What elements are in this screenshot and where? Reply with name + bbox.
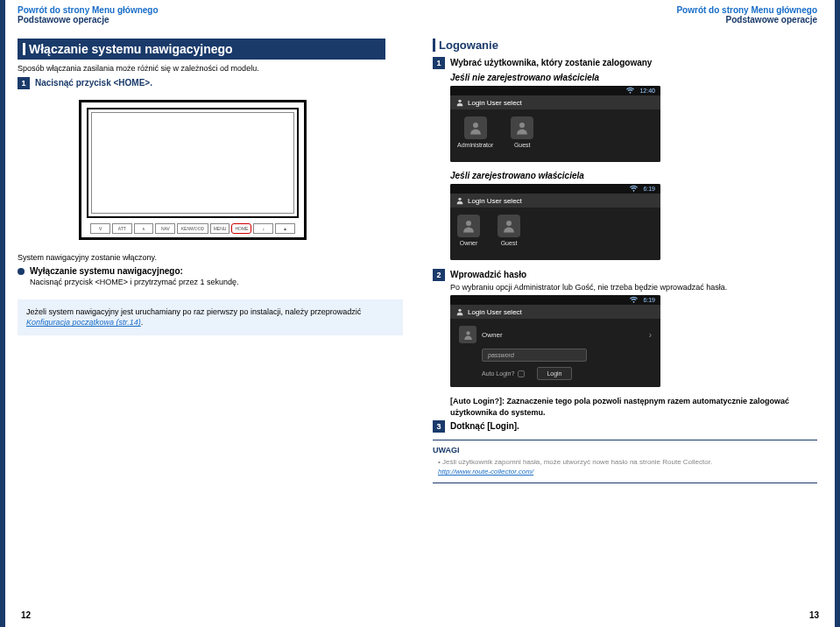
step-1-left: 1 Nacisnąć przycisk <HOME>. bbox=[18, 77, 403, 89]
step-2r-text: Wprowadzić hasło bbox=[450, 269, 526, 280]
breadcrumb-left: Podstawowe operacje bbox=[18, 15, 403, 25]
btn-tel-icon: ♪ bbox=[253, 223, 273, 234]
info-text: Jeżeli system nawigacyjny jest uruchamia… bbox=[26, 307, 361, 316]
login-button[interactable]: Login bbox=[537, 367, 571, 380]
notes-link[interactable]: http://www.route-collector.com/ bbox=[438, 468, 533, 476]
btn-brand: KENWOOD bbox=[177, 223, 208, 234]
case-no-owner: Jeśli nie zarejestrowano właściciela bbox=[450, 73, 817, 82]
person-icon bbox=[461, 218, 476, 234]
section-title-left: Włączanie systemu nawigacyjnego bbox=[18, 39, 385, 60]
avatar-owner-sm bbox=[459, 326, 476, 343]
step-number-3r: 3 bbox=[433, 420, 445, 433]
person-icon bbox=[514, 120, 530, 136]
step-2-right: 2 Wprowadzić hasło bbox=[433, 269, 817, 281]
page-number-left: 12 bbox=[21, 610, 31, 620]
user-tile-owner[interactable]: Owner bbox=[457, 215, 480, 253]
notes-title: UWAGI bbox=[433, 446, 817, 454]
person-icon bbox=[455, 307, 464, 316]
btn-up-icon: ∧ bbox=[134, 223, 154, 234]
auto-login-note: [Auto Login?]: Zaznaczenie tego pola poz… bbox=[450, 396, 817, 418]
screen-title-2: Login User select bbox=[450, 194, 660, 208]
screen-owner: 6:19 Login User select Owner Guest bbox=[450, 184, 660, 260]
bullet-text: Nacisnąć przycisk <HOME> i przytrzymać p… bbox=[30, 277, 239, 288]
svg-point-6 bbox=[458, 309, 461, 312]
return-main-menu-link-right[interactable]: Powrót do strony Menu głównego bbox=[433, 5, 817, 15]
screen-body-2: Owner Guest bbox=[450, 208, 660, 260]
return-main-menu-link-left[interactable]: Powrót do strony Menu głównego bbox=[18, 5, 403, 15]
password-row: password bbox=[482, 349, 652, 362]
clock-1: 12:40 bbox=[639, 88, 655, 94]
svg-point-1 bbox=[473, 123, 478, 128]
status-bar-2: 6:19 bbox=[450, 184, 660, 194]
user-tile-guest[interactable]: Guest bbox=[511, 116, 533, 155]
password-input[interactable]: password bbox=[482, 349, 587, 362]
case-owner: Jeśli zarejestrowano właściciela bbox=[450, 171, 817, 180]
section-title-left-text: Włączanie systemu nawigacyjnego bbox=[29, 42, 233, 56]
step-3r-text: Dotknąć [Login]. bbox=[450, 420, 519, 432]
person-icon bbox=[455, 196, 464, 205]
screen-title-1: Login User select bbox=[450, 95, 660, 109]
section-title-right: Logowanie bbox=[433, 39, 817, 52]
status-bar-1: 12:40 bbox=[450, 86, 660, 95]
bullet-title: Wyłączanie systemu nawigacyjnego: bbox=[30, 265, 239, 277]
screen-login: 6:19 Login User select Owner › password … bbox=[450, 295, 660, 387]
svg-point-3 bbox=[458, 198, 461, 201]
person-icon bbox=[462, 329, 474, 341]
screen-body-3: Owner › password Auto Login? Login bbox=[450, 319, 660, 387]
svg-point-0 bbox=[458, 100, 461, 102]
clock-2: 6:19 bbox=[643, 186, 655, 192]
step-number-1r: 1 bbox=[433, 57, 445, 69]
checkbox-icon bbox=[518, 370, 525, 377]
wifi-icon bbox=[630, 186, 638, 192]
screen-no-owner: 12:40 Login User select Administrator Gu… bbox=[450, 86, 660, 162]
btn-home-highlighted: HOME bbox=[231, 223, 251, 234]
screen-title-1-text: Login User select bbox=[468, 99, 522, 107]
person-icon bbox=[468, 120, 484, 136]
step-1-text: Nacisnąć przycisk <HOME>. bbox=[35, 77, 152, 88]
page-right: Powrót do strony Menu głównego Podstawow… bbox=[420, 0, 840, 627]
user-tile-admin[interactable]: Administrator bbox=[457, 116, 493, 155]
user-label-admin: Administrator bbox=[457, 142, 493, 148]
avatar-owner bbox=[457, 215, 480, 237]
device-illustration: ∇ ATT ∧ NAV KENWOOD MENU HOME ♪ ▲ bbox=[79, 100, 307, 240]
step-number-2r: 2 bbox=[433, 269, 445, 281]
screen-title-2-text: Login User select bbox=[468, 197, 522, 205]
user-tile-guest2[interactable]: Guest bbox=[498, 215, 520, 253]
svg-point-2 bbox=[519, 123, 525, 128]
login-row: Auto Login? Login bbox=[482, 367, 652, 380]
btn-eject-icon: ▲ bbox=[275, 223, 295, 234]
btn-att: ATT bbox=[112, 223, 132, 234]
btn-down-icon: ∇ bbox=[90, 223, 110, 234]
avatar-guest bbox=[511, 116, 533, 139]
step-1r-text: Wybrać użytkownika, który zostanie zalog… bbox=[450, 57, 652, 68]
info-box: Jeżeli system nawigacyjny jest uruchamia… bbox=[18, 299, 403, 335]
owner-name: Owner bbox=[482, 331, 503, 339]
user-label-owner: Owner bbox=[460, 240, 478, 246]
auto-login-checkbox[interactable]: Auto Login? bbox=[482, 370, 525, 377]
auto-login-label: Auto Login? bbox=[482, 370, 514, 377]
wifi-icon bbox=[626, 88, 634, 94]
owner-row[interactable]: Owner › bbox=[459, 326, 652, 343]
svg-point-7 bbox=[466, 331, 469, 335]
status-bar-3: 6:19 bbox=[450, 295, 660, 305]
intro-text: Sposób włączania zasilania może różnić s… bbox=[18, 63, 403, 74]
notes-body: Jeśli użytkownik zapomni hasła, może utw… bbox=[442, 458, 712, 466]
user-label-guest: Guest bbox=[514, 142, 531, 148]
user-label-guest2: Guest bbox=[501, 240, 518, 246]
info-link[interactable]: Konfiguracja początkowa (str.14) bbox=[26, 318, 141, 327]
device-button-row: ∇ ATT ∧ NAV KENWOOD MENU HOME ♪ ▲ bbox=[90, 223, 295, 234]
page-number-right: 13 bbox=[809, 610, 819, 620]
notes-text: Jeśli użytkownik zapomni hasła, może utw… bbox=[433, 457, 817, 476]
followup-text: System nawigacyjny zostanie włączony. bbox=[18, 252, 403, 264]
power-off-bullet: Wyłączanie systemu nawigacyjnego: Nacisn… bbox=[18, 265, 403, 291]
screen-title-3-text: Login User select bbox=[468, 308, 522, 316]
step-3-right: 3 Dotknąć [Login]. bbox=[433, 420, 817, 433]
step-1-right: 1 Wybrać użytkownika, który zostanie zal… bbox=[433, 57, 817, 69]
step-2-sub: Po wybraniu opcji Administrator lub Gość… bbox=[450, 283, 817, 292]
svg-point-4 bbox=[466, 221, 471, 226]
avatar-guest2 bbox=[498, 215, 520, 237]
wifi-icon bbox=[630, 297, 638, 303]
btn-menu: MENU bbox=[210, 223, 230, 234]
info-tail: . bbox=[141, 318, 144, 327]
notes-block: UWAGI Jeśli użytkownik zapomni hasła, mo… bbox=[433, 440, 817, 483]
